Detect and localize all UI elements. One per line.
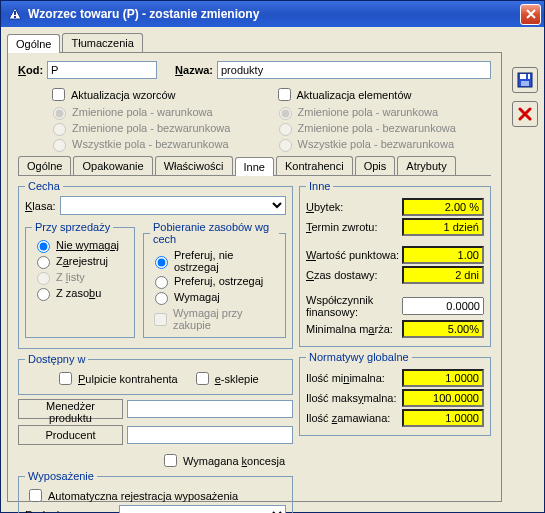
midtab-opakowanie[interactable]: Opakowanie (73, 156, 152, 175)
fieldset-wyposazenie: Wyposażenie Automatyczna rejestracja wyp… (18, 470, 293, 513)
czas-input[interactable] (402, 266, 484, 284)
midtab-atrybuty[interactable]: Atrybuty (397, 156, 455, 175)
legend-normatywy: Normatywy globalne (306, 351, 412, 363)
legend-wyposazenie: Wyposażenie (25, 470, 97, 482)
legend-pobieranie: Pobieranie zasobów wg cech (150, 221, 279, 245)
radio-preferuj-nie[interactable] (155, 256, 168, 269)
check-koncesja[interactable] (164, 454, 177, 467)
check-wymagaj-zakup (154, 313, 167, 326)
app-icon (7, 6, 23, 22)
kod-input[interactable] (47, 61, 157, 79)
producent-input[interactable] (127, 426, 293, 444)
akt-wzorcow-label: Aktualizacja wzorców (71, 89, 176, 101)
check-auto-rejestracja[interactable] (29, 489, 42, 502)
radio-z-zasobu[interactable] (37, 288, 50, 301)
legend-inne: Inne (306, 180, 333, 192)
kod-label: Kod: (18, 64, 43, 76)
radio-w2 (53, 123, 66, 136)
menedzer-input[interactable] (127, 400, 293, 418)
midtab-wlasciwosci[interactable]: Właściwości (155, 156, 233, 175)
nazwa-input[interactable] (217, 61, 491, 79)
tab-ogolne[interactable]: Ogólne (7, 34, 60, 53)
svg-rect-2 (14, 16, 16, 18)
marza-input[interactable] (402, 320, 484, 338)
ubytek-input[interactable] (402, 198, 484, 216)
radio-e1 (279, 107, 292, 120)
fieldset-inne: Inne Ubytek:Ubytek: Termin zwrotu:Termin… (299, 180, 491, 347)
wsp-label: Współczynnik finansowy: (306, 294, 402, 318)
wartosc-input[interactable] (402, 246, 484, 264)
radio-preferuj-ost[interactable] (155, 276, 168, 289)
radio-w3 (53, 139, 66, 152)
fieldset-dostepny: Dostępny w Pulpicie kontrahentaPulpicie … (18, 353, 293, 395)
rodzaj-label: Rodzaj: (25, 509, 115, 514)
klasa-label: Klasa: (25, 200, 56, 212)
midtab-inne[interactable]: Inne (235, 157, 274, 176)
producent-button[interactable]: Producent (18, 425, 123, 445)
top-tabs: Ogólne Tłumaczenia (7, 33, 502, 53)
fieldset-normatywy: Normatywy globalne Ilość minimalna:Ilość… (299, 351, 491, 436)
max-input[interactable] (402, 389, 484, 407)
save-button[interactable] (512, 67, 538, 93)
midtab-opis[interactable]: Opis (355, 156, 396, 175)
cancel-button[interactable] (512, 101, 538, 127)
window: Wzorzec towaru (P) - zostanie zmieniony … (0, 0, 545, 513)
radio-e2 (279, 123, 292, 136)
fieldset-cecha: Cecha Klasa: Klasa: Przy sprzedaży Nie w… (18, 180, 293, 349)
radio-zarejestruj[interactable] (37, 256, 50, 269)
akt-elem-label: Aktualizacja elementów (297, 89, 412, 101)
main-panel: Kod: Kod: Nazwa: Nazwa: Aktualizacja wzo… (7, 53, 502, 502)
window-title: Wzorzec towaru (P) - zostanie zmieniony (28, 7, 520, 21)
legend-dostepny: Dostępny w (25, 353, 88, 365)
tab-tlumaczenia[interactable]: Tłumaczenia (62, 33, 142, 52)
close-button[interactable] (520, 4, 541, 25)
svg-rect-5 (521, 81, 529, 86)
check-akt-elementow[interactable] (278, 88, 291, 101)
titlebar: Wzorzec towaru (P) - zostanie zmieniony (1, 1, 544, 27)
check-akt-wzorcow[interactable] (52, 88, 65, 101)
klasa-select[interactable] (60, 196, 286, 215)
radio-e3 (279, 139, 292, 152)
content: Ogólne Tłumaczenia Kod: Kod: Nazwa: Nazw… (1, 27, 544, 512)
svg-rect-6 (526, 74, 528, 79)
check-pulpit[interactable] (59, 372, 72, 385)
nazwa-label: Nazwa: (175, 64, 213, 76)
zam-input[interactable] (402, 409, 484, 427)
check-esklep[interactable] (196, 372, 209, 385)
midtab-kontrahenci[interactable]: Kontrahenci (276, 156, 353, 175)
radio-w1 (53, 107, 66, 120)
legend-cecha: Cecha (25, 180, 63, 192)
svg-rect-4 (520, 74, 530, 79)
termin-input[interactable] (402, 218, 484, 236)
wsp-input[interactable] (402, 297, 484, 315)
legend-przy-sprzedazy: Przy sprzedaży (32, 221, 113, 233)
svg-rect-1 (14, 11, 16, 15)
midtab-ogolne[interactable]: Ogólne (18, 156, 71, 175)
radio-wymagaj[interactable] (155, 292, 168, 305)
min-input[interactable] (402, 369, 484, 387)
rodzaj-select[interactable] (119, 505, 286, 513)
menedzer-button[interactable]: Menedżer produktu (18, 399, 123, 419)
mid-tabs: Ogólne Opakowanie Właściwości Inne Kontr… (18, 156, 491, 176)
radio-z-listy (37, 272, 50, 285)
radio-nie-wymagaj[interactable] (37, 240, 50, 253)
